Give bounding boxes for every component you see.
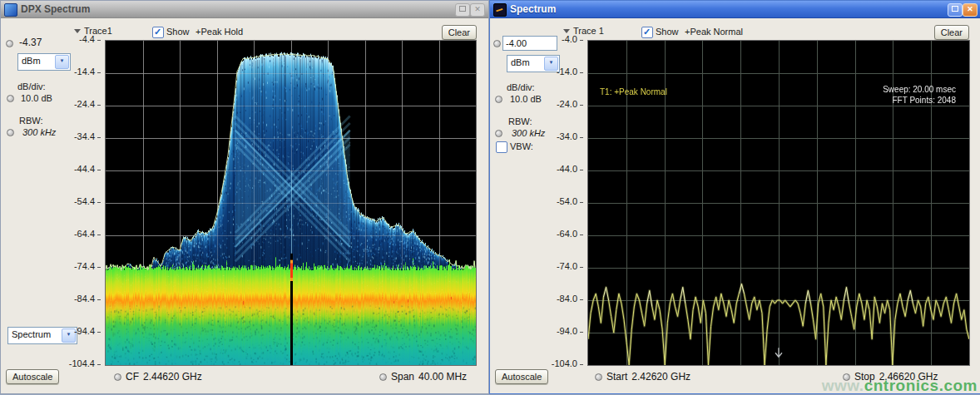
y-axis-tick-label: -14.0 — [557, 67, 583, 77]
y-axis-tick-label: -84.4 — [74, 294, 101, 304]
spectrum-window: Spectrum ✕ Trace 1 Show +Peak Normal Cle… — [489, 0, 980, 394]
y-axis-tick-label: -54.0 — [557, 196, 583, 206]
spectrum-clear-button[interactable]: Clear — [934, 25, 969, 40]
y-axis-tick-label: -64.4 — [74, 229, 101, 239]
dpx-ref-level-value[interactable]: -4.37 — [19, 37, 42, 48]
sweep-fft-annotation: Sweep: 20.00 msec FFT Points: 2048 — [883, 84, 956, 106]
y-axis-tick-label: -14.4 — [74, 67, 101, 77]
start-knob-icon[interactable] — [595, 373, 602, 381]
y-axis-tick-label: -104.0 — [552, 358, 583, 368]
y-axis-tick-label: -4.4 — [79, 34, 101, 44]
y-axis-tick-label: -4.0 — [562, 34, 583, 44]
watermark-domain: cntronics.com — [864, 377, 978, 394]
dpx-show-label: Show — [166, 27, 190, 37]
y-axis-tick-label: -44.0 — [557, 164, 583, 174]
dpx-peak-hold-label: +Peak Hold — [196, 27, 243, 37]
spectrum-window-body: Trace 1 Show +Peak Normal Clear dBm dB/d… — [490, 18, 980, 393]
spectrum-maximize-button[interactable] — [948, 3, 963, 17]
dpx-db-div-value[interactable]: 10.0 dB — [21, 93, 52, 103]
spectrum-peak-normal-label: +Peak Normal — [685, 27, 743, 37]
y-axis-tick-label: -84.0 — [557, 294, 583, 304]
spectrum-ref-level-input[interactable] — [502, 36, 557, 51]
dpx-window-body: Trace1 Show +Peak Hold Clear -4.37 dBm d… — [1, 18, 488, 393]
chevron-down-icon[interactable] — [55, 55, 69, 69]
y-axis-tick-label: -24.4 — [74, 99, 101, 109]
db-div-knob-icon[interactable] — [7, 95, 14, 102]
y-axis-tick-label: -64.0 — [557, 229, 583, 239]
spectrum-unit-value: dBm — [511, 57, 530, 67]
y-axis-tick-label: -54.4 — [74, 196, 101, 206]
vbw-checkbox[interactable] — [496, 141, 507, 153]
cf-value[interactable]: 2.44620 GHz — [143, 371, 202, 383]
cf-label: CF — [126, 371, 139, 383]
rbw-knob-icon[interactable] — [7, 129, 14, 136]
spectrum-db-div-value[interactable]: 10.0 dB — [510, 94, 542, 104]
rbw-knob-icon[interactable] — [495, 130, 502, 137]
dpx-db-div-label: dB/div: — [17, 81, 46, 91]
spectrum-autoscale-button[interactable]: Autoscale — [495, 369, 548, 384]
y-axis-tick-label: -44.4 — [74, 164, 101, 174]
dpx-autoscale-button[interactable]: Autoscale — [6, 369, 59, 384]
span-value[interactable]: 40.00 MHz — [418, 371, 467, 383]
y-axis-tick-label: -94.0 — [557, 326, 583, 336]
spectrum-rbw-value[interactable]: 300 kHz — [512, 128, 545, 138]
spectrum-show-checkbox[interactable] — [641, 27, 653, 38]
spectrum-rbw-label: RBW: — [508, 116, 532, 126]
y-axis-tick-label: -34.4 — [74, 131, 101, 141]
spectrum-window-title: Spectrum — [510, 1, 556, 17]
y-axis-tick-label: -104.4 — [69, 358, 101, 368]
dpx-show-checkbox[interactable] — [152, 27, 164, 38]
start-frequency-control[interactable]: Start 2.42620 GHz — [595, 371, 690, 383]
watermark: www.cntronics.com — [822, 377, 978, 395]
dpx-titlebar[interactable]: DPX Spectrum ✕ — [1, 1, 488, 18]
dpx-rbw-label: RBW: — [19, 116, 43, 126]
dpx-spectrum-window: DPX Spectrum ✕ Trace1 Show +Peak Hold Cl… — [0, 0, 489, 394]
watermark-prefix: www. — [822, 377, 864, 394]
span-knob-icon[interactable] — [379, 373, 387, 381]
spectrum-close-button[interactable]: ✕ — [963, 3, 978, 17]
dpx-rbw-value[interactable]: 300 kHz — [22, 127, 56, 137]
desktop: DPX Spectrum ✕ Trace1 Show +Peak Hold Cl… — [0, 0, 980, 395]
dpx-clear-button[interactable]: Clear — [442, 25, 477, 40]
trace-info-annotation: T1: +Peak Normal — [600, 87, 667, 96]
y-axis-tick-label: -34.0 — [557, 131, 583, 141]
dpx-close-button[interactable]: ✕ — [470, 3, 485, 17]
dpx-maximize-button[interactable] — [455, 3, 470, 17]
y-axis-tick-label: -24.0 — [557, 99, 583, 109]
sweep-annotation: Sweep: 20.00 msec — [883, 84, 956, 95]
dpx-app-icon — [4, 3, 17, 17]
dpx-persistence-canvas[interactable] — [106, 41, 476, 365]
dpx-display[interactable] — [105, 40, 477, 366]
y-axis-tick-label: -74.4 — [74, 261, 101, 271]
db-div-knob-icon[interactable] — [495, 96, 502, 103]
start-label: Start — [606, 371, 627, 383]
cf-knob-icon[interactable] — [114, 373, 121, 381]
spectrum-titlebar[interactable]: Spectrum ✕ — [490, 1, 980, 18]
fft-points-annotation: FFT Points: 2048 — [883, 95, 956, 106]
chevron-down-icon[interactable] — [74, 29, 81, 33]
dpx-window-title: DPX Spectrum — [21, 1, 90, 17]
display-mode-select[interactable]: Spectrum — [7, 327, 77, 344]
vbw-label: VBW: — [510, 141, 533, 151]
dpx-unit-select[interactable]: dBm — [17, 53, 71, 71]
spectrum-show-label: Show — [656, 27, 679, 37]
spectrum-db-div-label: dB/div: — [507, 82, 535, 92]
ref-level-knob-icon[interactable] — [493, 40, 501, 47]
spectrum-app-icon — [493, 3, 507, 17]
chevron-down-icon[interactable] — [563, 29, 570, 33]
y-axis-tick-label: -74.0 — [557, 261, 583, 271]
start-value[interactable]: 2.42620 GHz — [631, 371, 690, 383]
dpx-unit-value: dBm — [22, 56, 41, 66]
span-label: Span — [391, 371, 414, 383]
center-frequency-control[interactable]: CF 2.44620 GHz — [114, 371, 202, 383]
y-axis-tick-label: -94.4 — [74, 326, 101, 336]
spectrum-unit-select[interactable]: dBm — [507, 55, 560, 72]
spectrum-display[interactable]: T1: +Peak Normal Sweep: 20.00 msec FFT P… — [587, 40, 970, 366]
display-mode-value: Spectrum — [12, 329, 51, 339]
ref-level-knob-icon[interactable] — [6, 40, 13, 47]
span-control[interactable]: Span 40.00 MHz — [379, 371, 467, 383]
